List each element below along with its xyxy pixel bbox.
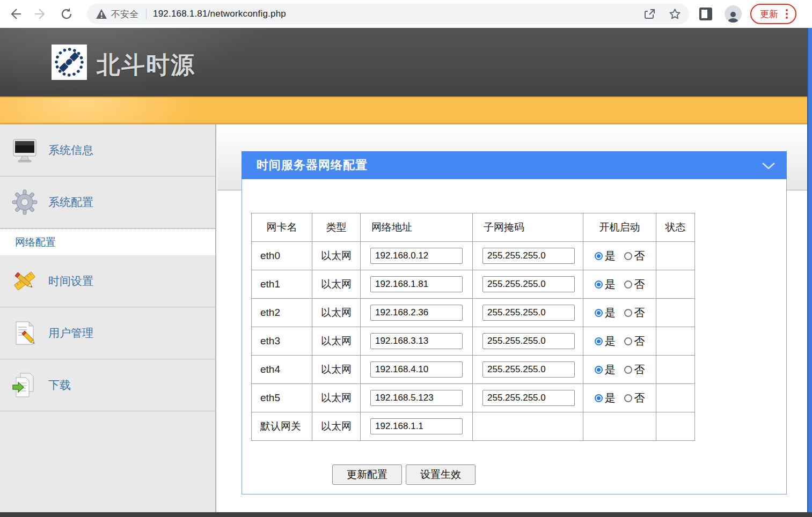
back-button[interactable] — [4, 3, 26, 25]
forward-button[interactable] — [30, 3, 52, 25]
sidebar-item-user-management[interactable]: 用户管理 — [0, 307, 215, 359]
boot-no-label: 否 — [634, 277, 645, 292]
boot-yes-radio[interactable] — [595, 366, 603, 374]
boot-yes-radio[interactable] — [595, 394, 603, 402]
boot-no-radio[interactable] — [624, 366, 632, 374]
table-row: eth2 以太网 是 否 — [252, 299, 695, 327]
ip-input[interactable] — [370, 390, 463, 406]
sidebar: 系统信息 — [0, 124, 216, 512]
sidebar-item-label: 系统配置 — [48, 195, 93, 210]
bookmark-star-icon[interactable] — [668, 8, 682, 21]
boot-yes-radio[interactable] — [595, 337, 603, 345]
network-table-body: eth0 以太网 是 否 eth1 以太网 是 否 — [252, 242, 695, 441]
col-header-mask: 子网掩码 — [473, 213, 583, 242]
back-icon — [8, 7, 22, 21]
boot-no-radio[interactable] — [624, 309, 632, 317]
status-cell — [656, 356, 695, 384]
chevron-down-icon[interactable] — [762, 162, 775, 172]
nic-name-cell: eth5 — [252, 384, 312, 412]
sidebar-item-label: 用户管理 — [48, 326, 93, 341]
boot-no-radio[interactable] — [624, 280, 632, 289]
edit-document-icon — [11, 319, 39, 347]
ip-input[interactable] — [370, 305, 463, 321]
update-config-button[interactable]: 更新配置 — [332, 464, 402, 485]
profile-avatar[interactable] — [725, 5, 742, 23]
ip-input[interactable] — [370, 361, 463, 378]
boot-yes-radio[interactable] — [595, 309, 603, 317]
boot-no-radio[interactable] — [624, 252, 632, 260]
ip-input[interactable] — [370, 276, 463, 292]
forward-icon — [34, 7, 48, 21]
reload-icon — [60, 7, 74, 21]
col-header-type: 类型 — [312, 213, 361, 242]
ip-cell — [361, 356, 473, 384]
reload-button[interactable] — [56, 3, 77, 25]
menu-dots-icon[interactable] — [784, 7, 790, 21]
ip-cell — [361, 270, 473, 299]
window-scrollbar[interactable] — [807, 28, 812, 512]
nic-type-cell: 以太网 — [312, 356, 361, 384]
mask-input[interactable] — [482, 248, 575, 264]
nic-type-cell: 以太网 — [312, 270, 361, 299]
mask-input[interactable] — [482, 333, 575, 349]
boot-cell: 是 否 — [583, 299, 656, 327]
panel-header[interactable]: 时间服务器网络配置 — [242, 151, 787, 179]
mask-cell — [473, 299, 583, 327]
mask-cell — [473, 384, 583, 412]
table-row: eth5 以太网 是 否 — [252, 384, 695, 412]
table-row: eth3 以太网 是 否 — [252, 327, 695, 356]
apply-settings-button[interactable]: 设置生效 — [406, 464, 476, 485]
nic-name-cell: eth0 — [252, 242, 312, 270]
mask-cell — [473, 242, 583, 270]
sidebar-item-download[interactable]: 下载 — [0, 359, 215, 411]
ip-cell — [361, 299, 473, 327]
boot-no-label: 否 — [634, 391, 645, 405]
table-row: eth4 以太网 是 否 — [252, 356, 695, 384]
download-icon — [11, 371, 39, 399]
browser-update-button[interactable]: 更新 — [750, 4, 796, 24]
boot-no-radio[interactable] — [624, 337, 632, 345]
boot-no-label: 否 — [634, 306, 645, 320]
sidebar-item-system-config[interactable]: 系统配置 — [0, 176, 215, 228]
mask-input[interactable] — [482, 305, 575, 321]
sidebar-item-network-config[interactable]: 网络配置 — [0, 228, 215, 255]
side-panel-icon[interactable] — [699, 7, 713, 21]
bottom-edge-bar — [0, 512, 812, 517]
boot-yes-label: 是 — [605, 334, 616, 349]
mask-input[interactable] — [482, 276, 575, 292]
table-row: 默认网关 以太网 — [252, 412, 695, 441]
accent-bar — [0, 97, 812, 124]
mask-input[interactable] — [482, 361, 575, 378]
ip-input[interactable] — [370, 418, 463, 434]
status-cell — [656, 384, 695, 412]
boot-no-radio[interactable] — [624, 394, 632, 402]
table-row: eth1 以太网 是 否 — [252, 270, 695, 299]
browser-update-label: 更新 — [760, 8, 778, 20]
col-header-boot: 开机启动 — [583, 213, 656, 242]
share-icon[interactable] — [643, 8, 656, 20]
browser-toolbar: 不安全 192.168.1.81/networkconfig.php 更新 — [0, 0, 812, 28]
network-interfaces-table: 网卡名 类型 网络地址 子网掩码 开机启动 状态 eth0 以太网 是 否 et… — [251, 213, 695, 441]
address-bar[interactable]: 不安全 192.168.1.81/networkconfig.php — [87, 4, 689, 24]
boot-yes-label: 是 — [605, 306, 616, 320]
boot-no-label: 否 — [634, 334, 645, 349]
boot-no-label: 否 — [634, 363, 645, 377]
panel-title: 时间服务器网络配置 — [257, 157, 368, 173]
status-cell — [656, 270, 695, 299]
nic-type-cell: 以太网 — [312, 412, 361, 441]
boot-yes-radio[interactable] — [595, 252, 603, 260]
network-config-panel: 时间服务器网络配置 网卡名 类型 网络地址 子网掩码 开机启动 状态 eth0 … — [242, 151, 787, 494]
status-cell — [656, 412, 695, 441]
ip-input[interactable] — [370, 333, 463, 349]
sidebar-item-time-settings[interactable]: 时间设置 — [0, 255, 215, 307]
sidebar-item-system-info[interactable]: 系统信息 — [0, 124, 215, 176]
sidebar-item-label: 下载 — [48, 378, 71, 393]
ip-input[interactable] — [370, 248, 463, 264]
boot-yes-label: 是 — [605, 277, 616, 292]
brand-title: 北斗时源 — [97, 49, 195, 81]
ip-cell — [361, 327, 473, 356]
boot-yes-radio[interactable] — [595, 280, 603, 289]
boot-yes-label: 是 — [605, 391, 616, 405]
mask-input[interactable] — [482, 390, 575, 406]
status-cell — [656, 299, 695, 327]
